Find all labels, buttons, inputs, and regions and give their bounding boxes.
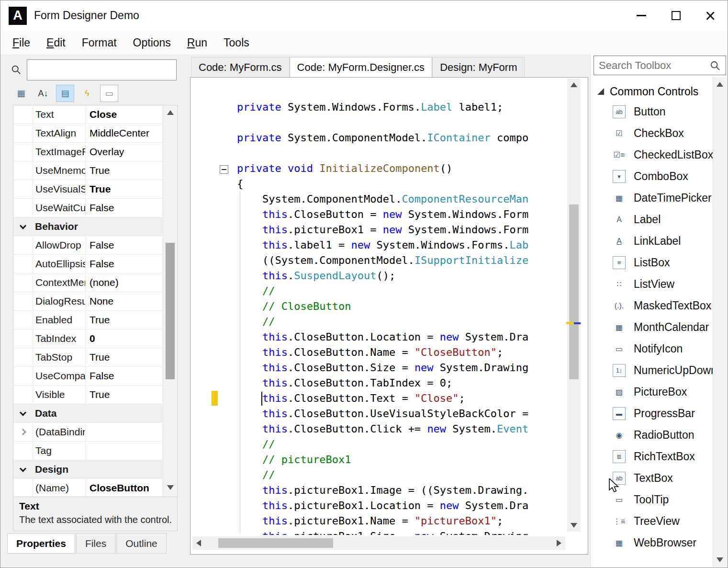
editor-horizontal-scrollbar[interactable]: [192, 536, 565, 550]
toolbox-item-datetimepicker[interactable]: ▦DateTimePicker: [591, 187, 713, 209]
properties-search-input[interactable]: [27, 59, 177, 80]
code-line: this.CloseButton.Location = new System.D…: [237, 329, 567, 345]
menu-item-run[interactable]: Run: [179, 31, 215, 55]
property-row-usemnemonic[interactable]: UseMnemonicTrue: [13, 161, 163, 180]
properties-view-button[interactable]: ▤: [56, 85, 74, 102]
category-row-behavior[interactable]: Behavior: [13, 217, 163, 236]
toolbox-item-checkbox[interactable]: ☑CheckBox: [591, 123, 713, 144]
category-row-data[interactable]: Data: [13, 404, 163, 423]
group-expanded-icon: [597, 88, 604, 95]
scroll-up-arrow-icon[interactable]: [571, 82, 577, 87]
close-button[interactable]: ×: [693, 0, 728, 31]
toolbox-item-combobox[interactable]: ▾ComboBox: [591, 166, 713, 187]
property-row-contextmenustrip[interactable]: ContextMenuStrip(none): [13, 273, 163, 292]
property-row-tabstop[interactable]: TabStopTrue: [13, 348, 163, 367]
toolbox-scrollbar[interactable]: [713, 77, 727, 567]
editor-tab-code-myform-designer-cs[interactable]: Code: MyForm.Designer.cs: [290, 57, 433, 77]
property-grid-scrollbar[interactable]: [163, 105, 177, 497]
property-row-textalign[interactable]: TextAlignMiddleCenter: [13, 124, 163, 143]
scroll-right-arrow-icon[interactable]: [557, 540, 561, 546]
property-row-name[interactable]: (Name)CloseButton: [13, 479, 163, 497]
toolbox-item-checkedlistbox[interactable]: ☑≡CheckedListBox: [591, 144, 713, 166]
toolbox-item-button[interactable]: abButton: [591, 101, 713, 123]
menu-item-format[interactable]: Format: [74, 31, 125, 55]
title-bar: A Form Designer Demo ×: [0, 0, 728, 31]
maximize-icon: [672, 11, 681, 20]
code-line: this.CloseButton.TabIndex = 0;: [237, 375, 567, 391]
scrollbar-thumb[interactable]: [218, 538, 333, 548]
property-row-autoellipsis[interactable]: AutoEllipsisFalse: [13, 255, 163, 273]
toolbox-item-richtextbox[interactable]: ≣RichTextBox: [591, 446, 713, 467]
property-row-usevisualstylebackcolor[interactable]: UseVisualStyleBackColorTrue: [13, 180, 163, 199]
chevron-down-icon: [20, 223, 26, 229]
maximize-button[interactable]: [659, 0, 693, 31]
editor-tab-code-myform-cs[interactable]: Code: MyForm.cs: [191, 57, 290, 77]
category-row-design[interactable]: Design: [13, 460, 163, 479]
properties-view-icon: ▤: [61, 88, 69, 99]
panel-tab-properties[interactable]: Properties: [7, 533, 75, 554]
panel-tab-files[interactable]: Files: [76, 533, 115, 554]
toolbox-item-listbox[interactable]: ≡ListBox: [591, 252, 713, 273]
scroll-left-arrow-icon[interactable]: [196, 540, 201, 546]
scroll-down-arrow-icon[interactable]: [717, 557, 723, 562]
menu-item-edit[interactable]: Edit: [38, 31, 74, 55]
scroll-up-arrow-icon[interactable]: [167, 110, 174, 115]
tooltip-icon: ▭: [613, 493, 626, 506]
property-row-databindings[interactable]: (DataBindings): [13, 423, 163, 442]
minimize-button[interactable]: [624, 0, 659, 31]
scrollbar-thumb[interactable]: [569, 204, 579, 379]
toolbox-item-webbrowser[interactable]: ▦WebBrowser: [591, 532, 713, 554]
property-row-visible[interactable]: VisibleTrue: [13, 386, 163, 404]
scrollbar-thumb[interactable]: [166, 243, 175, 379]
toolbox-item-label[interactable]: ALabel: [591, 209, 713, 230]
events-button[interactable]: ϟ: [78, 85, 96, 102]
categorized-icon: ▦: [17, 88, 25, 99]
property-row-text[interactable]: TextClose: [13, 105, 163, 124]
property-row-usewaitcursor[interactable]: UseWaitCursorFalse: [13, 199, 163, 217]
toolbox-item-monthcalendar[interactable]: ▦MonthCalendar: [591, 317, 713, 338]
toolbox-item-listview[interactable]: ∷ListView: [591, 273, 713, 295]
toolbox-item-notifyicon[interactable]: ▭NotifyIcon: [591, 338, 713, 360]
property-row-tag[interactable]: Tag: [13, 442, 163, 460]
code-line: ((System.ComponentModel.ISupportInitiali…: [237, 253, 567, 268]
alphabetical-sort-button[interactable]: A↓: [34, 85, 52, 102]
scroll-down-arrow-icon[interactable]: [571, 523, 577, 528]
code-line: [237, 146, 567, 161]
property-row-usecompatibletextrendering[interactable]: UseCompatibleTextRenderingFalse: [13, 367, 163, 386]
toolbox-search-input[interactable]: [594, 56, 726, 75]
menu-item-options[interactable]: Options: [125, 31, 179, 55]
code-line: // CloseButton: [237, 299, 567, 314]
menu-item-file[interactable]: File: [4, 31, 38, 55]
property-row-dialogresult[interactable]: DialogResultNone: [13, 292, 163, 311]
toolbox-group-header[interactable]: Common Controls: [597, 82, 698, 101]
chevron-down-icon: [20, 466, 26, 472]
menu-item-tools[interactable]: Tools: [215, 31, 258, 55]
categorized-button[interactable]: ▦: [12, 85, 30, 102]
toolbox-item-progressbar[interactable]: ▬ProgressBar: [591, 403, 713, 424]
code-editor[interactable]: private System.Windows.Forms.Label label…: [190, 77, 588, 555]
properties-panel: ▦A↓▤ϟ▭ TextCloseTextAlignMiddleCenterTex…: [7, 57, 179, 554]
scroll-up-arrow-icon[interactable]: [717, 82, 723, 87]
toolbox-item-radiobutton[interactable]: ◉RadioButton: [591, 424, 713, 446]
property-row-enabled[interactable]: EnabledTrue: [13, 311, 163, 329]
toolbox-item-maskedtextbox[interactable]: (.).MaskedTextBox: [591, 295, 713, 317]
editor-vertical-scrollbar[interactable]: [567, 79, 581, 532]
toolbox-item-linklabel[interactable]: ALinkLabel: [591, 230, 713, 252]
monthcalendar-icon: ▦: [613, 321, 626, 334]
code-line: this.CloseButton.Size = new System.Drawi…: [237, 360, 567, 375]
toolbox-item-numericupdown[interactable]: 1↕NumericUpDown: [591, 360, 713, 381]
property-row-textimagerelation[interactable]: TextImageRelationOverlay: [13, 143, 163, 161]
toolbox-item-picturebox[interactable]: ▨PictureBox: [591, 381, 713, 403]
scroll-down-arrow-icon[interactable]: [167, 485, 174, 490]
panel-tab-outline[interactable]: Outline: [116, 533, 167, 554]
property-pages-button[interactable]: ▭: [100, 85, 118, 102]
property-row-tabindex[interactable]: TabIndex0: [13, 329, 163, 348]
code-text[interactable]: private System.Windows.Forms.Label label…: [237, 100, 567, 535]
maskedtextbox-icon: (.).: [613, 299, 626, 312]
toolbox-item-treeview[interactable]: ⋮≡TreeView: [591, 511, 713, 532]
editor-tab-design-myform[interactable]: Design: MyForm: [432, 57, 525, 77]
code-line: private System.ComponentModel.IContainer…: [237, 130, 567, 146]
chevron-right-icon: [20, 429, 26, 435]
fold-toggle[interactable]: [220, 165, 228, 174]
property-row-allowdrop[interactable]: AllowDropFalse: [13, 236, 163, 255]
